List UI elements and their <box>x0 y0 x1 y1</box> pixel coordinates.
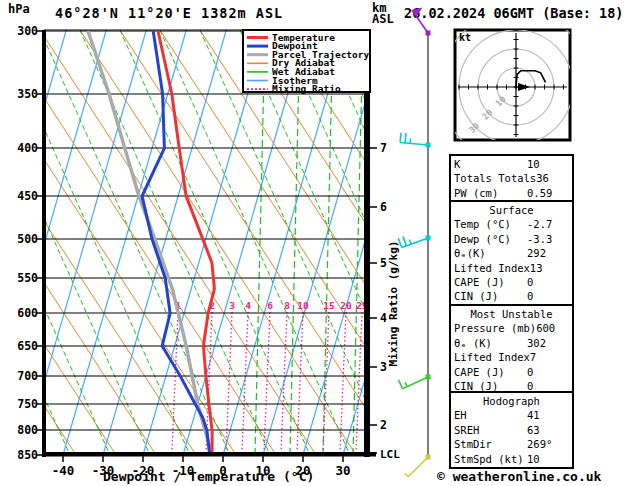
stat-label: CAPE (J) <box>454 275 527 289</box>
temp-tick-label: 30 <box>335 463 350 478</box>
km-tick-label: 2 <box>380 418 387 432</box>
stat-label: Lifted Index <box>454 350 530 364</box>
pressure-tick-label: 850 <box>17 448 38 462</box>
stat-value: 7 <box>530 350 569 364</box>
sounding-curves <box>88 31 214 455</box>
stat-label: SREH <box>454 423 527 437</box>
wind-barb <box>405 455 431 477</box>
stat-label: EH <box>454 408 527 422</box>
stat-label: Lifted Index <box>454 261 530 275</box>
stat-label: K <box>454 157 527 171</box>
curve-dewpoint <box>142 31 210 455</box>
stats-table-title: Surface <box>454 203 569 217</box>
stat-value: 302 <box>527 336 569 350</box>
stats-table-title: Most Unstable <box>454 307 569 321</box>
stats-row: Pressure (mb)600 <box>454 321 569 335</box>
stat-value: 0 <box>527 289 569 303</box>
stats-table-title: Hodograph <box>454 394 569 408</box>
mixing-ratio-lines <box>172 312 362 452</box>
stats-row: PW (cm)0.59 <box>454 186 569 200</box>
stat-label: StmDir <box>454 437 527 451</box>
legend-item-label: Mixing Ratio <box>272 83 341 94</box>
stat-value: 0 <box>527 275 569 289</box>
stats-row: StmDir269° <box>454 437 569 451</box>
hodograph-unit-label: kt <box>459 32 471 43</box>
pressure-tick-label: 350 <box>17 87 38 101</box>
temp-tick-label: -40 <box>52 463 75 478</box>
curve-parcel-trajectory <box>88 31 212 455</box>
mixing-ratio-label: 8 <box>284 300 290 311</box>
stat-label: CAPE (J) <box>454 365 527 379</box>
pressure-tick-label: 800 <box>17 423 38 437</box>
stat-value: 36 <box>536 171 569 185</box>
stat-label: Pressure (mb) <box>454 321 536 335</box>
stat-label: Dewp (°C) <box>454 232 527 246</box>
stat-label: Temp (°C) <box>454 217 527 231</box>
wind-barb <box>400 133 430 148</box>
stat-label: StmSpd (kt) <box>454 452 527 466</box>
stats-table-hodograph: HodographEH41SREH63StmDir269°StmSpd (kt)… <box>449 391 574 469</box>
pressure-tick-label: 650 <box>17 339 38 353</box>
pressure-tick-label: 550 <box>17 271 38 285</box>
wind-barb <box>412 8 431 36</box>
stat-label: θₑ(K) <box>454 246 527 260</box>
stats-table-surface: SurfaceTemp (°C)-2.7Dewp (°C)-3.3θₑ(K)29… <box>449 200 574 307</box>
lcl-label: LCL <box>380 448 400 461</box>
pressure-tick-label: 750 <box>17 397 38 411</box>
stats-row: Lifted Index13 <box>454 261 569 275</box>
stat-value: 269° <box>527 437 569 451</box>
stat-value: 292 <box>527 246 569 260</box>
stats-row: θₑ(K)292 <box>454 246 569 260</box>
credit-footer: © weatheronline.co.uk <box>437 469 601 484</box>
stats-row: SREH63 <box>454 423 569 437</box>
mixing-ratio-label: 20 <box>340 300 352 311</box>
stat-value: 10 <box>527 157 569 171</box>
stats-table-most-unstable: Most UnstablePressure (mb)600θₑ (K)302Li… <box>449 304 574 396</box>
pressure-tick-label: 500 <box>17 232 38 246</box>
km-tick-label: 6 <box>380 200 387 214</box>
stats-row: Dewp (°C)-3.3 <box>454 232 569 246</box>
mixing-ratio-label: 10 <box>297 300 309 311</box>
mixing-ratio-label: 3 <box>229 300 235 311</box>
stats-row: Lifted Index7 <box>454 350 569 364</box>
stats-row: StmSpd (kt)10 <box>454 452 569 466</box>
stat-label: θₑ (K) <box>454 336 527 350</box>
stat-value: 10 <box>527 452 569 466</box>
stats-row: CIN (J)0 <box>454 289 569 303</box>
km-asl-ticks: 765432 <box>370 141 387 453</box>
stats-table-indices: K10Totals Totals36PW (cm)0.59 <box>449 154 574 203</box>
stats-row: EH41 <box>454 408 569 422</box>
mixing-ratio-label: 6 <box>267 300 273 311</box>
stat-value: 41 <box>527 408 569 422</box>
wind-barbs <box>398 8 430 477</box>
stat-label: PW (cm) <box>454 186 527 200</box>
pressure-tick-labels: 300350400450500550600650700750800850 <box>17 24 38 462</box>
mixing-ratio-label: 4 <box>245 300 251 311</box>
pressure-tick-label: 450 <box>17 189 38 203</box>
stats-row: CAPE (J)0 <box>454 275 569 289</box>
stats-row: CAPE (J)0 <box>454 365 569 379</box>
wind-barb <box>398 375 430 389</box>
pressure-tick-label: 700 <box>17 369 38 383</box>
stat-value: -3.3 <box>527 232 569 246</box>
km-tick-label: 7 <box>380 141 387 155</box>
skewt-sounding-page: hPa 46°28'N 11°20'E 1382m ASL km ASL 26.… <box>0 0 629 486</box>
wind-barb <box>398 236 430 248</box>
chart-legend: TemperatureDewpointParcel TrajectoryDry … <box>243 30 370 94</box>
pressure-tick-label: 400 <box>17 141 38 155</box>
stat-label: CIN (J) <box>454 289 527 303</box>
stat-value: 63 <box>527 423 569 437</box>
pressure-tick-label: 600 <box>17 306 38 320</box>
mixing-ratio-label: 15 <box>323 300 335 311</box>
stat-value: 0.59 <box>527 186 569 200</box>
stat-value: 600 <box>536 321 569 335</box>
pressure-tick-label: 300 <box>17 24 38 38</box>
stats-row: Temp (°C)-2.7 <box>454 217 569 231</box>
stats-row: θₑ (K)302 <box>454 336 569 350</box>
curve-temperature <box>158 31 214 455</box>
stat-value: 0 <box>527 365 569 379</box>
mixing-ratio-axis-label: Mixing Ratio (g/kg) <box>387 214 400 394</box>
stats-row: Totals Totals36 <box>454 171 569 185</box>
x-axis-label: Dewpoint / Temperature (°C) <box>103 469 314 484</box>
stat-label: Totals Totals <box>454 171 536 185</box>
